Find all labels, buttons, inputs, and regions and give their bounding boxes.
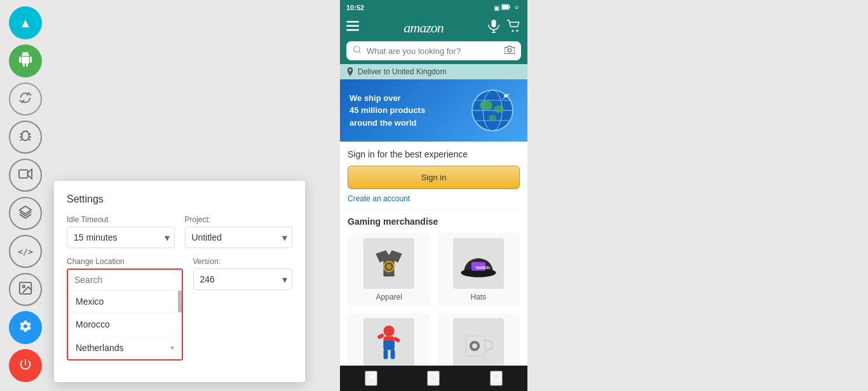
location-search-input[interactable] [68, 270, 182, 291]
phone-frame: 10:52 ▣ [340, 0, 527, 391]
svg-point-13 [512, 30, 513, 32]
banner-text: We ship over 45 million products around … [349, 92, 425, 129]
svg-line-16 [359, 51, 361, 53]
svg-text:twitch: twitch [475, 265, 490, 270]
amazon-header: amazon [340, 15, 527, 64]
idle-timeout-select-wrapper: 15 minutes [67, 227, 175, 248]
back-button[interactable] [365, 371, 377, 386]
signin-button[interactable]: Sign in [348, 166, 520, 189]
project-field: Project: Untitled [185, 215, 293, 248]
deliver-text: Deliver to United Kingdom [358, 67, 446, 76]
version-select[interactable]: 246 [193, 268, 292, 290]
svg-rect-5 [509, 6, 510, 8]
power-icon [18, 357, 32, 374]
code-icon: </> [18, 247, 32, 256]
svg-rect-6 [502, 5, 508, 9]
location-item-netherlands[interactable]: Netherlands ▾ [68, 336, 182, 359]
promo-banner: We ship over 45 million products around … [340, 79, 527, 142]
settings-row-1: Idle Timeout 15 minutes Project: Untitle… [67, 215, 292, 248]
phone-screen: 10:52 ▣ [340, 0, 527, 391]
search-icon [353, 45, 362, 56]
change-location-label: Change Location [67, 257, 183, 266]
svg-point-30 [386, 264, 391, 269]
create-account-link[interactable]: Create an account [348, 194, 520, 203]
location-item-mexico[interactable]: Mexico [68, 291, 182, 313]
layers-button[interactable] [9, 197, 42, 230]
location-list: Mexico Morocco Netherlands ▾ [68, 291, 182, 359]
svg-point-3 [22, 285, 25, 288]
hamburger-icon[interactable] [346, 21, 359, 34]
svg-rect-9 [346, 29, 359, 31]
power-button[interactable] [9, 349, 42, 382]
idle-timeout-select[interactable]: 15 minutes [67, 227, 175, 248]
bottom-nav [340, 366, 527, 391]
version-field: Version: 246 [193, 257, 292, 361]
settings-button[interactable] [9, 311, 42, 344]
hats-image: twitch [453, 238, 504, 289]
svg-point-35 [383, 326, 394, 336]
apparel-label: Apparel [353, 293, 426, 302]
android-button[interactable] [9, 44, 42, 77]
up-arrow-button[interactable]: ▲ [9, 6, 42, 39]
sync-button[interactable] [9, 83, 42, 116]
settings-row-2: Change Location Mexico Morocco Netherlan… [67, 257, 292, 361]
layers-icon [18, 205, 32, 222]
product-card-apparel[interactable]: Apparel [348, 233, 431, 307]
svg-rect-0 [19, 169, 28, 178]
bug-button[interactable] [9, 121, 42, 154]
project-select[interactable]: Untitled [185, 227, 293, 248]
svg-rect-39 [390, 349, 395, 359]
battery-icon [501, 4, 510, 11]
status-icons: ▣ [494, 4, 521, 11]
location-item-morocco[interactable]: Morocco [68, 313, 182, 336]
signin-title: Sign in for the best experience [348, 149, 520, 159]
settings-panel: Settings Idle Timeout 15 minutes Project… [54, 181, 305, 382]
mugs-image [453, 318, 504, 369]
apparel-image [363, 238, 414, 289]
amazon-search-bar [346, 41, 521, 60]
svg-point-15 [354, 46, 360, 52]
image-icon [18, 281, 32, 298]
recent-apps-button[interactable] [490, 371, 503, 386]
svg-point-46 [430, 373, 438, 381]
image-button[interactable] [9, 273, 42, 306]
sync-icon [18, 91, 32, 108]
hats-label: Hats [442, 293, 515, 302]
svg-point-24 [480, 100, 492, 110]
gaming-title: Gaming merchandise [348, 216, 520, 227]
sidebar: ▲ [0, 0, 51, 391]
up-arrow-icon: ▲ [19, 16, 32, 30]
amazon-search-input[interactable] [367, 46, 499, 56]
globe-icon [467, 85, 518, 136]
status-bar: 10:52 ▣ [340, 0, 527, 15]
status-time: 10:52 [346, 4, 364, 11]
project-label: Project: [185, 215, 293, 224]
camera-icon[interactable] [505, 45, 515, 56]
settings-title: Settings [67, 194, 292, 205]
cart-icon[interactable] [507, 20, 521, 36]
home-button[interactable] [427, 371, 440, 386]
amazon-nav: amazon [346, 19, 521, 36]
deliver-bar: Deliver to United Kingdom [340, 64, 527, 79]
svg-marker-45 [369, 374, 374, 381]
version-select-wrapper: 246 [193, 268, 292, 290]
video-button[interactable] [9, 159, 42, 192]
product-card-hats[interactable]: twitch Hats [437, 233, 520, 307]
code-button[interactable]: </> [9, 235, 42, 268]
svg-rect-10 [491, 20, 496, 27]
idle-timeout-field: Idle Timeout 15 minutes [67, 215, 175, 248]
svg-point-44 [472, 343, 477, 348]
svg-point-17 [508, 49, 511, 52]
svg-point-25 [494, 105, 504, 113]
svg-rect-7 [346, 21, 359, 23]
microphone-icon[interactable] [488, 19, 499, 36]
section-divider [348, 209, 520, 210]
svg-point-14 [516, 30, 518, 32]
location-dropdown: Mexico Morocco Netherlands ▾ [67, 268, 183, 361]
main-content: Sign in for the best experience Sign in … [340, 142, 527, 385]
svg-marker-1 [28, 169, 32, 178]
video-icon [18, 168, 32, 183]
svg-rect-40 [377, 333, 384, 340]
gear-icon [18, 319, 32, 336]
change-location-field: Change Location Mexico Morocco Netherlan… [67, 257, 183, 361]
